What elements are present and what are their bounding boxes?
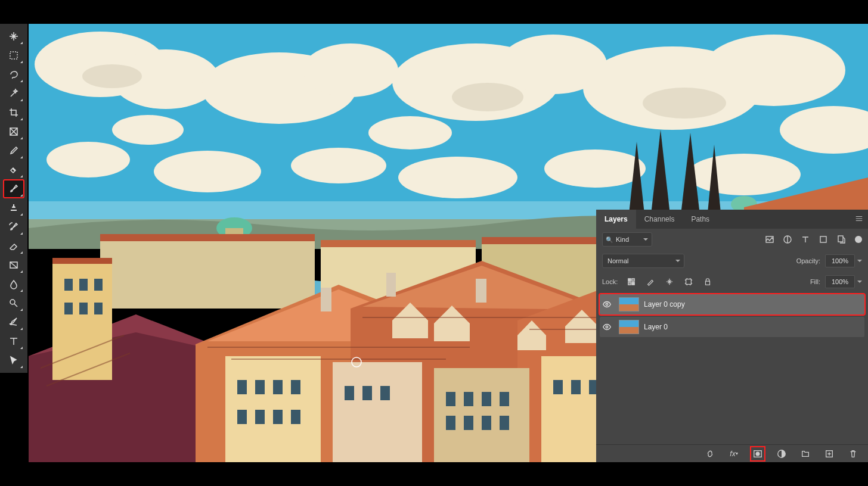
link-button[interactable] <box>703 447 717 460</box>
visibility-toggle-icon[interactable] <box>600 300 614 309</box>
svg-rect-83 <box>628 282 631 285</box>
filter-adjust-icon[interactable] <box>781 233 794 246</box>
opacity-input[interactable] <box>825 254 855 267</box>
gradient-tool[interactable] <box>4 256 24 274</box>
svg-point-14 <box>46 142 130 177</box>
svg-rect-72 <box>386 273 396 297</box>
filter-shape-icon[interactable] <box>817 233 830 246</box>
marquee-tool[interactable] <box>4 46 24 64</box>
fill-label: Fill: <box>810 278 820 285</box>
lock-transparency-icon[interactable] <box>625 275 638 288</box>
svg-rect-49 <box>237 380 247 394</box>
filter-toggle-dot[interactable] <box>855 236 862 243</box>
svg-point-17 <box>398 157 517 198</box>
history-brush-tool[interactable] <box>4 218 24 236</box>
move-tool[interactable] <box>4 27 24 45</box>
new-layer-button[interactable] <box>823 447 836 460</box>
tab-channels[interactable]: Channels <box>636 210 683 229</box>
eyedropper-tool[interactable] <box>4 142 24 160</box>
svg-point-9 <box>303 43 398 97</box>
filter-pixel-icon[interactable] <box>763 233 776 246</box>
crop-tool[interactable] <box>4 104 24 122</box>
panel-tabs: Layers Channels Paths <box>596 210 868 229</box>
lock-all-icon[interactable] <box>701 275 714 288</box>
layer-row[interactable]: Layer 0 copy <box>600 294 864 314</box>
layer-row[interactable]: Layer 0 <box>600 317 864 337</box>
dodge-tool[interactable] <box>4 294 24 312</box>
trash-button[interactable] <box>847 447 860 460</box>
blend-row: Normal Opacity: <box>596 250 868 272</box>
layer-thumbnail[interactable] <box>619 297 639 311</box>
svg-rect-80 <box>628 279 631 281</box>
lock-position-icon[interactable] <box>663 275 676 288</box>
svg-rect-68 <box>553 380 563 394</box>
visibility-toggle-icon[interactable] <box>600 322 614 332</box>
layer-kind-filter[interactable]: Kind <box>602 232 652 247</box>
svg-rect-48 <box>94 303 103 314</box>
stamp-tool[interactable] <box>4 199 24 217</box>
svg-point-13 <box>702 35 845 106</box>
opacity-label: Opacity: <box>796 257 820 264</box>
fx-button[interactable]: fx▾ <box>727 447 740 460</box>
svg-rect-57 <box>345 386 354 400</box>
svg-rect-37 <box>225 356 321 462</box>
svg-rect-47 <box>79 303 88 314</box>
svg-rect-52 <box>291 380 300 394</box>
frame-tool[interactable] <box>4 123 24 141</box>
lock-label: Lock: <box>602 278 618 285</box>
lasso-tool[interactable] <box>4 66 24 83</box>
healing-tool[interactable] <box>4 161 24 179</box>
svg-point-19 <box>687 154 801 195</box>
filter-type-icon[interactable] <box>799 233 812 246</box>
eraser-tool[interactable] <box>4 237 24 255</box>
blur-tool[interactable] <box>4 275 24 293</box>
lock-artboard-icon[interactable] <box>682 275 695 288</box>
svg-rect-84 <box>686 279 692 285</box>
svg-point-16 <box>291 148 386 183</box>
wand-tool[interactable] <box>4 85 24 102</box>
svg-point-23 <box>82 64 142 88</box>
svg-point-24 <box>452 83 523 111</box>
layers-panel: Layers Channels Paths Kind Normal Opacit… <box>596 210 868 462</box>
layer-name-label[interactable]: Layer 0 <box>644 323 668 331</box>
tab-paths[interactable]: Paths <box>683 210 718 229</box>
svg-rect-69 <box>571 380 581 394</box>
svg-rect-63 <box>500 392 509 406</box>
layer-list: Layer 0 copyLayer 0 <box>596 292 868 444</box>
fx-icon: fx <box>730 450 735 458</box>
svg-rect-71 <box>321 288 331 311</box>
panel-menu-icon[interactable] <box>855 214 863 225</box>
svg-rect-65 <box>464 416 473 430</box>
brush-tool[interactable] <box>4 180 24 198</box>
svg-rect-82 <box>632 279 634 281</box>
layer-thumbnail[interactable] <box>619 320 639 334</box>
svg-rect-81 <box>632 282 634 285</box>
lock-row: Lock: Fill: <box>596 272 868 292</box>
svg-rect-34 <box>100 234 315 241</box>
tab-layers[interactable]: Layers <box>596 210 636 229</box>
svg-rect-59 <box>380 386 390 400</box>
svg-rect-44 <box>79 279 88 291</box>
fill-input[interactable] <box>825 275 855 288</box>
filter-smart-icon[interactable] <box>835 233 848 246</box>
svg-rect-79 <box>838 236 843 242</box>
blend-mode-select[interactable]: Normal <box>602 254 684 268</box>
svg-rect-66 <box>482 416 491 430</box>
svg-rect-58 <box>362 386 372 400</box>
svg-rect-51 <box>273 380 283 394</box>
svg-point-18 <box>544 149 646 188</box>
type-tool[interactable] <box>4 332 24 350</box>
lock-pixels-icon[interactable] <box>644 275 657 288</box>
pen-tool[interactable] <box>4 313 24 331</box>
layer-name-label[interactable]: Layer 0 copy <box>644 300 685 309</box>
adjustment-button[interactable] <box>775 447 788 460</box>
svg-rect-78 <box>820 236 826 242</box>
mask-button[interactable] <box>751 447 764 460</box>
svg-rect-73 <box>476 279 486 303</box>
path-select-tool[interactable] <box>4 351 24 369</box>
group-button[interactable] <box>799 447 812 460</box>
svg-point-3 <box>10 300 15 304</box>
svg-rect-61 <box>464 392 473 406</box>
svg-point-21 <box>368 116 452 149</box>
svg-rect-38 <box>333 362 422 462</box>
